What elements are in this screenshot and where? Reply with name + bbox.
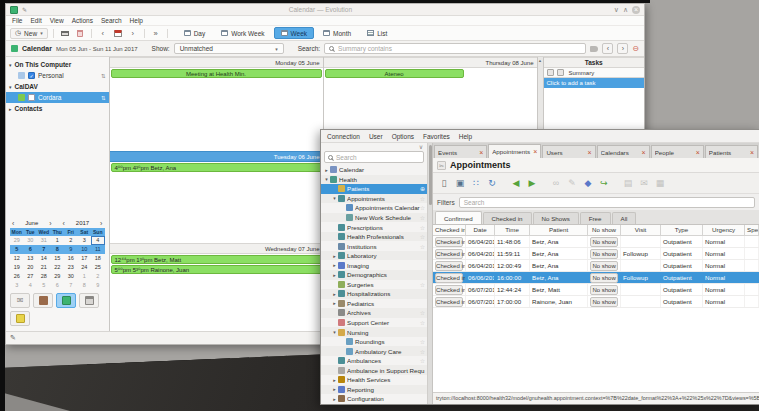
next-button[interactable]: › [127, 28, 139, 39]
column-header-date[interactable]: Date [466, 225, 495, 235]
column-header-visit[interactable]: Visit [621, 225, 661, 235]
minical-day[interactable]: 28 [37, 272, 51, 281]
tree-item-reporting[interactable]: ▸Reporting [321, 385, 427, 395]
tab-appointments[interactable]: Appointments …× [488, 144, 541, 158]
menu-view[interactable]: View [50, 17, 64, 24]
minical-day[interactable]: 2 [64, 236, 78, 245]
close-icon[interactable]: × [533, 148, 537, 155]
minical-day[interactable]: 7 [64, 281, 78, 290]
checked-in-button[interactable]: Checked in [435, 285, 463, 295]
favorite-star-icon[interactable]: ☆ [420, 309, 425, 316]
filter-tab-free[interactable]: Free [580, 212, 611, 224]
tree-item-roundings[interactable]: Roundings☆ [321, 337, 427, 347]
event-bar[interactable]: Meeting at Health Min. [111, 69, 322, 78]
tab-users[interactable]: Users× [542, 145, 595, 158]
minical-day[interactable]: 8 [78, 281, 92, 290]
stop-icon[interactable]: ⊖ [632, 44, 639, 53]
menu-search[interactable]: Search [101, 17, 122, 24]
prev-month-button[interactable]: ‹ [12, 220, 14, 227]
column-header-type[interactable]: Type [661, 225, 703, 235]
checked-in-button[interactable]: Checked in [435, 273, 463, 283]
tree-item-nursing[interactable]: ▾Nursing [321, 327, 427, 337]
tree-item-health-professionals[interactable]: Health Professionals☆ [321, 232, 427, 242]
menu-actions[interactable]: Actions [72, 17, 93, 24]
event-bar[interactable]: Ateneo [325, 69, 464, 78]
new-button[interactable]: ◷ New ▾ [10, 28, 48, 39]
close-icon[interactable]: × [696, 149, 700, 156]
minical-day[interactable]: 9 [64, 245, 78, 254]
calendar-source-personal[interactable]: ✓ Personal ⇅ [6, 70, 109, 81]
favorite-star-icon[interactable]: ☆ [420, 233, 425, 240]
close-icon[interactable]: × [587, 149, 591, 156]
event-bar[interactable]: 4⁰⁰pm 4³⁰pm Betz, Ana [111, 163, 322, 172]
menu-help[interactable]: Help [459, 133, 472, 140]
day-tuesday[interactable]: Tuesday 06 June 4⁰⁰pm 4³⁰pm Betz, Ana [110, 151, 323, 243]
favorite-star-icon[interactable]: ☆ [420, 357, 425, 364]
goto-date-button[interactable]: » [150, 28, 162, 39]
minical-day[interactable]: 12 [10, 254, 24, 263]
favorite-star-icon[interactable]: ☆ [420, 224, 425, 231]
sidebar-group-caldav[interactable]: ▾ CalDAV [6, 81, 109, 92]
search-input[interactable]: Summary contains [324, 43, 586, 54]
tree-item-new-work-schedule[interactable]: New Work Schedule☆ [321, 213, 427, 223]
minical-day[interactable]: 6 [51, 281, 65, 290]
minical-day[interactable]: 14 [37, 254, 51, 263]
maximize-icon[interactable]: ∧ [623, 6, 628, 14]
delete-button[interactable] [74, 28, 86, 39]
close-icon[interactable]: × [479, 149, 483, 156]
column-header-patient[interactable]: Patient [530, 225, 588, 235]
relate-icon[interactable]: ↪ [597, 176, 611, 190]
day-monday[interactable]: Monday 05 June Meeting at Health Min. [110, 57, 323, 151]
column-header-spec[interactable]: Spec [745, 225, 759, 235]
checkbox-unchecked-icon[interactable] [28, 94, 35, 101]
minical-day[interactable]: 2 [91, 272, 105, 281]
tree-item-ambulatory-care[interactable]: Ambulatory Care☆ [321, 346, 427, 356]
filter-search-input[interactable]: Search [459, 197, 755, 208]
print-button[interactable] [59, 28, 71, 39]
minical-day[interactable]: 10 [78, 245, 92, 254]
sidebar-group-on-this-computer[interactable]: ▾ On This Computer [6, 59, 109, 70]
tree-item-archives[interactable]: Archives☆ [321, 308, 427, 318]
minical-day[interactable]: 16 [64, 254, 78, 263]
minical-day[interactable]: 8 [51, 245, 65, 254]
view-button-week[interactable]: Week [274, 27, 315, 39]
menu-file[interactable]: File [12, 17, 22, 24]
tree-item-surgeries[interactable]: Surgeries☆ [321, 280, 427, 290]
minical-day[interactable]: 30 [24, 236, 38, 245]
tree-item-patients[interactable]: Patients⊕ [321, 184, 427, 194]
tree-item-configuration[interactable]: ▸Configuration [321, 394, 427, 404]
favorite-star-icon[interactable]: ☆ [420, 338, 425, 345]
no-show-button[interactable]: No show [590, 285, 618, 295]
tree-item-laboratory[interactable]: ▸Laboratory [321, 251, 427, 261]
minical-day[interactable]: 26 [10, 272, 24, 281]
evolution-titlebar[interactable]: ✎ Calendar — Evolution ∨ ∧ × [6, 4, 644, 16]
no-show-button[interactable]: No show [590, 249, 618, 259]
tree-item-ambulance-in-support-requ[interactable]: Ambulance in Support Requ [321, 365, 427, 375]
filter-tab-all[interactable]: All [612, 212, 637, 224]
next-icon[interactable]: ▶ [525, 176, 539, 190]
show-dropdown[interactable]: Unmatched ▾ [174, 43, 284, 54]
today-button[interactable] [112, 28, 124, 39]
chevron-right-icon[interactable]: ▸ [323, 167, 330, 173]
minical-day[interactable]: 9 [91, 281, 105, 290]
checked-in-button[interactable]: Checked in [435, 297, 463, 307]
tree-item-imaging[interactable]: ▸Imaging [321, 260, 427, 270]
tree-item-support-center[interactable]: Support Center☆ [321, 318, 427, 328]
tree-item-calendar[interactable]: ▸Calendar [321, 165, 427, 175]
action-icon[interactable]: ◆ [581, 176, 595, 190]
chevron-right-icon[interactable]: ▸ [331, 262, 338, 268]
table-row[interactable]: Checked in06/07/201712:44:24Betz, MattNo… [433, 284, 759, 296]
table-row[interactable]: Checked in06/04/201711:59:11Betz, AnaNo … [433, 248, 759, 260]
minical-day[interactable]: 11 [91, 245, 105, 254]
favorite-star-icon[interactable]: ☆ [420, 195, 425, 202]
minical-day[interactable]: 4 [91, 236, 105, 245]
tab-events[interactable]: Events× [434, 145, 487, 158]
chevron-right-icon[interactable]: ▸ [331, 396, 338, 402]
chevron-right-icon[interactable]: ▸ [331, 386, 338, 392]
filter-tab-checked-in[interactable]: Checked in [483, 212, 532, 224]
minical-day[interactable]: 5 [37, 281, 51, 290]
table-row[interactable]: Checked in06/07/201717:00:00Rainone, Jua… [433, 296, 759, 308]
no-show-button[interactable]: No show [590, 297, 618, 307]
tree-item-health[interactable]: ▾Health [321, 175, 427, 185]
minical-day[interactable]: 3 [78, 236, 92, 245]
